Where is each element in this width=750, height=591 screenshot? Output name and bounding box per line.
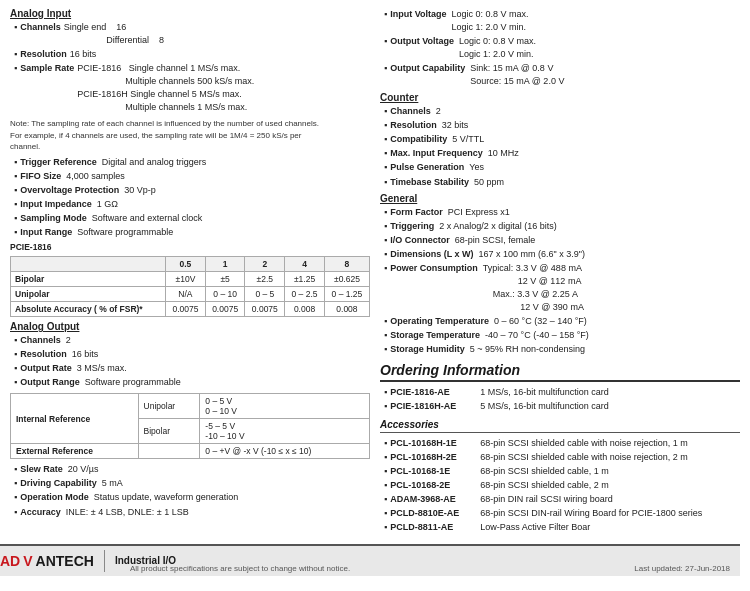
input-voltage-item: ▪ Input Voltage Logic 0: 0.8 V max.Logic… — [384, 8, 740, 34]
gain-header-4: 4 — [285, 257, 325, 272]
footer-date: Last updated: 27-Jun-2018 — [634, 564, 730, 573]
footer-divider — [104, 550, 105, 572]
ao-channels-item: ▪ Channels 2 — [14, 334, 370, 347]
reference-table: Internal Reference Unipolar 0 – 5 V0 – 1… — [10, 393, 370, 459]
triggering-item: ▪ Triggering 2 x Analog/2 x digital (16 … — [384, 220, 740, 233]
logo-antech: ANTECH — [36, 553, 94, 569]
logo-adv: AD — [0, 553, 20, 569]
counter-max-freq-item: ▪ Max. Input Frequency 10 MHz — [384, 147, 740, 160]
ordering-item-1816hae: ▪ PCIE-1816H-AE 5 MS/s, 16-bit multifunc… — [384, 400, 740, 413]
gain-header-1: 1 — [205, 257, 245, 272]
ordering-section: Ordering Information ▪ PCIE-1816-AE 1 MS… — [380, 362, 740, 413]
analog-input-title: Analog Input — [10, 8, 370, 19]
counter-timebase-item: ▪ Timebase Stability 50 ppm — [384, 176, 740, 189]
ordering-item-1816ae: ▪ PCIE-1816-AE 1 MS/s, 16-bit multifunct… — [384, 386, 740, 399]
acc-item-adam3968: ▪ ADAM-3968-AE 68-pin DIN rail SCSI wiri… — [384, 493, 740, 506]
analog-input-section: Analog Input ▪ Channels Single end 16 Di… — [10, 8, 370, 317]
power-consumption-item: ▪ Power Consumption Typical: 3.3 V @ 488… — [384, 262, 740, 314]
ao-slew-rate-item: ▪ Slew Rate 20 V/µs — [14, 463, 370, 476]
operating-temp-item: ▪ Operating Temperature 0 – 60 °C (32 – … — [384, 315, 740, 328]
general-title: General — [380, 193, 740, 204]
sample-rate-note: Note: The sampling rate of each channel … — [10, 118, 370, 152]
footer-note: All product specifications are subject t… — [130, 564, 350, 573]
ao-resolution-item: ▪ Resolution 16 bits — [14, 348, 370, 361]
input-range-item: ▪ Input Range Software programmable — [14, 226, 370, 239]
acc-item-101682e: ▪ PCL-10168-2E 68-pin SCSI shielded cabl… — [384, 479, 740, 492]
io-connector-item: ▪ I/O Connector 68-pin SCSI, female — [384, 234, 740, 247]
output-capability-item: ▪ Output Capability Sink: 15 mA @ 0.8 VS… — [384, 62, 740, 88]
channels-item: ▪ Channels Single end 16 Differential 8 — [14, 21, 370, 47]
storage-humidity-item: ▪ Storage Humidity 5 ~ 95% RH non-conden… — [384, 343, 740, 356]
fifo-size-item: ▪ FIFO Size 4,000 samples — [14, 170, 370, 183]
ao-output-rate-item: ▪ Output Rate 3 MS/s max. — [14, 362, 370, 375]
counter-compatibility-item: ▪ Compatibility 5 V/TTL — [384, 133, 740, 146]
ao-driving-cap-item: ▪ Driving Capability 5 mA — [14, 477, 370, 490]
acc-item-101681e: ▪ PCL-10168-1E 68-pin SCSI shielded cabl… — [384, 465, 740, 478]
ref-row-unipolar: Internal Reference Unipolar 0 – 5 V0 – 1… — [11, 394, 370, 419]
ao-accuracy-item: ▪ Accuracy INLE: ± 4 LSB, DNLE: ± 1 LSB — [14, 506, 370, 519]
dimensions-item: ▪ Dimensions (L x W) 167 x 100 mm (6.6" … — [384, 248, 740, 261]
trigger-ref-item: ▪ Trigger Reference Digital and analog t… — [14, 156, 370, 169]
acc-item-pcld8810: ▪ PCLD-8810E-AE 68-pin SCSI DIN-rail Wir… — [384, 507, 740, 520]
counter-section: Counter ▪ Channels 2 ▪ Resolution 32 bit… — [380, 92, 740, 188]
counter-channels-item: ▪ Channels 2 — [384, 105, 740, 118]
gain-row-accuracy: Absolute Accuracy ( % of FSR)* 0.0075 0.… — [11, 302, 370, 317]
ref-row-external: External Reference 0 – +V @ -x V (-10 ≤ … — [11, 444, 370, 459]
gain-table: 0.5 1 2 4 8 Bipolar ±10V ±5 ±2.5 — [10, 256, 370, 317]
accessories-section: Accessories ▪ PCL-10168H-1E 68-pin SCSI … — [380, 419, 740, 534]
general-section: General ▪ Form Factor PCI Express x1 ▪ T… — [380, 193, 740, 357]
logo-van: V — [23, 553, 32, 569]
gain-header-05: 0.5 — [166, 257, 206, 272]
ordering-title: Ordering Information — [380, 362, 740, 382]
gain-header-empty — [11, 257, 166, 272]
counter-title: Counter — [380, 92, 740, 103]
gain-header-8: 8 — [324, 257, 369, 272]
ao-operation-mode-item: ▪ Operation Mode Status update, waveform… — [14, 491, 370, 504]
gain-row-unipolar: Unipolar N/A 0 – 10 0 – 5 0 – 2.5 0 – 1.… — [11, 287, 370, 302]
counter-pulse-gen-item: ▪ Pulse Generation Yes — [384, 161, 740, 174]
footer-logo: ADVANTECH — [0, 553, 94, 569]
sample-rate-item: ▪ Sample Rate PCIE-1816 Single channel 1… — [14, 62, 370, 114]
digital-io-section: ▪ Input Voltage Logic 0: 0.8 V max.Logic… — [380, 8, 740, 88]
analog-output-section: Analog Output ▪ Channels 2 ▪ Resolution … — [10, 321, 370, 518]
counter-resolution-item: ▪ Resolution 32 bits — [384, 119, 740, 132]
footer-bar: ADVANTECH Industrial I/O All product spe… — [0, 544, 740, 576]
acc-item-pcld8811: ▪ PCLD-8811-AE Low-Pass Active Filter Bo… — [384, 521, 740, 534]
gain-header-2: 2 — [245, 257, 285, 272]
gain-table-label: PCIE-1816 — [10, 242, 370, 252]
input-impedance-item: ▪ Input Impedance 1 GΩ — [14, 198, 370, 211]
resolution-item: ▪ Resolution 16 bits — [14, 48, 370, 61]
gain-row-bipolar: Bipolar ±10V ±5 ±2.5 ±1.25 ±0.625 — [11, 272, 370, 287]
acc-item-10168h2e: ▪ PCL-10168H-2E 68-pin SCSI shielded cab… — [384, 451, 740, 464]
sampling-mode-item: ▪ Sampling Mode Software and external cl… — [14, 212, 370, 225]
ao-output-range-item: ▪ Output Range Software programmable — [14, 376, 370, 389]
analog-output-title: Analog Output — [10, 321, 370, 332]
acc-item-10168h1e: ▪ PCL-10168H-1E 68-pin SCSI shielded cab… — [384, 437, 740, 450]
form-factor-item: ▪ Form Factor PCI Express x1 — [384, 206, 740, 219]
storage-temp-item: ▪ Storage Temperature -40 – 70 °C (-40 –… — [384, 329, 740, 342]
overvoltage-item: ▪ Overvoltage Protection 30 Vp-p — [14, 184, 370, 197]
output-voltage-item: ▪ Output Voltage Logic 0: 0.8 V max.Logi… — [384, 35, 740, 61]
accessories-title: Accessories — [380, 419, 740, 433]
